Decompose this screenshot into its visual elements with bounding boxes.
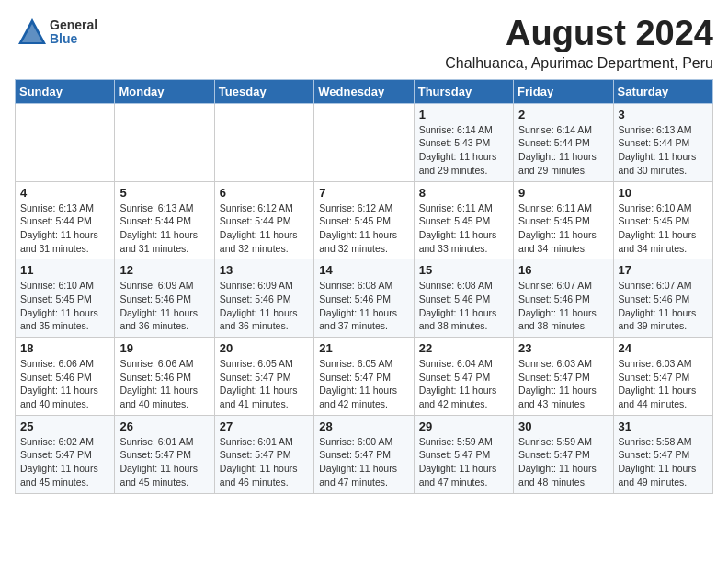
calendar-cell — [314, 103, 414, 181]
cell-content: Sunrise: 6:07 AM Sunset: 5:46 PM Dayligh… — [619, 279, 708, 333]
calendar-cell: 6Sunrise: 6:12 AM Sunset: 5:44 PM Daylig… — [214, 181, 313, 259]
cell-content: Sunrise: 6:11 AM Sunset: 5:45 PM Dayligh… — [518, 201, 608, 256]
calendar-cell: 5Sunrise: 6:13 AM Sunset: 5:44 PM Daylig… — [115, 181, 214, 259]
calendar-cell: 7Sunrise: 6:12 AM Sunset: 5:45 PM Daylig… — [314, 181, 414, 259]
calendar-cell: 28Sunrise: 6:00 AM Sunset: 5:47 PM Dayli… — [314, 415, 414, 493]
day-number: 4 — [20, 186, 109, 200]
calendar-cell: 3Sunrise: 6:13 AM Sunset: 5:44 PM Daylig… — [613, 103, 712, 181]
column-header-saturday: Saturday — [613, 79, 712, 103]
day-number: 1 — [419, 108, 508, 121]
cell-content: Sunrise: 6:08 AM Sunset: 5:46 PM Dayligh… — [319, 279, 408, 333]
column-header-sunday: Sunday — [16, 79, 115, 103]
calendar-cell — [16, 103, 115, 181]
cell-content: Sunrise: 6:14 AM Sunset: 5:43 PM Dayligh… — [419, 123, 508, 178]
cell-content: Sunrise: 6:09 AM Sunset: 5:46 PM Dayligh… — [119, 279, 209, 333]
logo-blue: Blue — [50, 32, 97, 46]
day-number: 31 — [619, 419, 708, 433]
day-number: 15 — [419, 263, 508, 277]
column-header-friday: Friday — [514, 79, 613, 103]
day-number: 10 — [619, 186, 708, 200]
cell-content: Sunrise: 6:01 AM Sunset: 5:47 PM Dayligh… — [119, 435, 209, 489]
cell-content: Sunrise: 6:03 AM Sunset: 5:47 PM Dayligh… — [619, 357, 708, 411]
cell-content: Sunrise: 5:58 AM Sunset: 5:47 PM Dayligh… — [619, 435, 708, 489]
cell-content: Sunrise: 6:11 AM Sunset: 5:45 PM Dayligh… — [419, 201, 508, 256]
calendar-cell: 26Sunrise: 6:01 AM Sunset: 5:47 PM Dayli… — [115, 415, 214, 493]
cell-content: Sunrise: 6:14 AM Sunset: 5:44 PM Dayligh… — [518, 123, 608, 178]
day-number: 8 — [419, 186, 508, 200]
cell-content: Sunrise: 6:13 AM Sunset: 5:44 PM Dayligh… — [619, 123, 708, 178]
calendar-cell: 4Sunrise: 6:13 AM Sunset: 5:44 PM Daylig… — [16, 181, 115, 259]
day-number: 30 — [518, 419, 608, 433]
calendar-header-row: SundayMondayTuesdayWednesdayThursdayFrid… — [16, 79, 713, 103]
calendar-cell: 13Sunrise: 6:09 AM Sunset: 5:46 PM Dayli… — [214, 259, 313, 338]
calendar-cell: 18Sunrise: 6:06 AM Sunset: 5:46 PM Dayli… — [16, 338, 115, 416]
calendar-week-row: 25Sunrise: 6:02 AM Sunset: 5:47 PM Dayli… — [16, 415, 713, 493]
calendar-week-row: 4Sunrise: 6:13 AM Sunset: 5:44 PM Daylig… — [16, 181, 713, 259]
cell-content: Sunrise: 6:10 AM Sunset: 5:45 PM Dayligh… — [619, 201, 708, 256]
day-number: 11 — [20, 263, 109, 277]
calendar-cell: 22Sunrise: 6:04 AM Sunset: 5:47 PM Dayli… — [414, 338, 513, 416]
day-number: 17 — [619, 263, 708, 277]
calendar-table: SundayMondayTuesdayWednesdayThursdayFrid… — [15, 79, 713, 494]
calendar-cell: 29Sunrise: 5:59 AM Sunset: 5:47 PM Dayli… — [414, 415, 513, 493]
cell-content: Sunrise: 6:12 AM Sunset: 5:45 PM Dayligh… — [319, 201, 408, 256]
calendar-cell: 10Sunrise: 6:10 AM Sunset: 5:45 PM Dayli… — [613, 181, 712, 259]
calendar-cell — [115, 103, 214, 181]
location-subtitle: Chalhuanca, Apurimac Department, Peru — [445, 55, 713, 72]
cell-content: Sunrise: 5:59 AM Sunset: 5:47 PM Dayligh… — [518, 435, 608, 489]
day-number: 22 — [419, 341, 508, 355]
calendar-cell: 1Sunrise: 6:14 AM Sunset: 5:43 PM Daylig… — [414, 103, 513, 181]
cell-content: Sunrise: 6:13 AM Sunset: 5:44 PM Dayligh… — [119, 201, 209, 256]
page-header: General Blue August 2024 Chalhuanca, Apu… — [15, 15, 713, 72]
day-number: 9 — [518, 186, 608, 200]
calendar-cell: 9Sunrise: 6:11 AM Sunset: 5:45 PM Daylig… — [514, 181, 613, 259]
cell-content: Sunrise: 6:06 AM Sunset: 5:46 PM Dayligh… — [119, 357, 209, 411]
day-number: 2 — [518, 108, 608, 121]
day-number: 20 — [220, 341, 309, 355]
day-number: 12 — [119, 263, 209, 277]
day-number: 13 — [220, 263, 309, 277]
day-number: 26 — [119, 419, 209, 433]
title-block: August 2024 Chalhuanca, Apurimac Departm… — [445, 15, 713, 72]
cell-content: Sunrise: 6:02 AM Sunset: 5:47 PM Dayligh… — [20, 435, 109, 489]
day-number: 25 — [20, 419, 109, 433]
day-number: 21 — [319, 341, 408, 355]
calendar-cell: 16Sunrise: 6:07 AM Sunset: 5:46 PM Dayli… — [514, 259, 613, 338]
cell-content: Sunrise: 5:59 AM Sunset: 5:47 PM Dayligh… — [419, 435, 508, 489]
day-number: 23 — [518, 341, 608, 355]
calendar-week-row: 11Sunrise: 6:10 AM Sunset: 5:45 PM Dayli… — [16, 259, 713, 338]
calendar-cell: 24Sunrise: 6:03 AM Sunset: 5:47 PM Dayli… — [613, 338, 712, 416]
cell-content: Sunrise: 6:05 AM Sunset: 5:47 PM Dayligh… — [319, 357, 408, 411]
month-title: August 2024 — [445, 15, 713, 53]
cell-content: Sunrise: 6:12 AM Sunset: 5:44 PM Dayligh… — [220, 201, 309, 256]
day-number: 28 — [319, 419, 408, 433]
day-number: 18 — [20, 341, 109, 355]
calendar-week-row: 1Sunrise: 6:14 AM Sunset: 5:43 PM Daylig… — [16, 103, 713, 181]
cell-content: Sunrise: 6:06 AM Sunset: 5:46 PM Dayligh… — [20, 357, 109, 411]
cell-content: Sunrise: 6:08 AM Sunset: 5:46 PM Dayligh… — [419, 279, 508, 333]
cell-content: Sunrise: 6:05 AM Sunset: 5:47 PM Dayligh… — [220, 357, 309, 411]
cell-content: Sunrise: 6:04 AM Sunset: 5:47 PM Dayligh… — [419, 357, 508, 411]
day-number: 3 — [619, 108, 708, 121]
calendar-cell: 31Sunrise: 5:58 AM Sunset: 5:47 PM Dayli… — [613, 415, 712, 493]
calendar-cell: 25Sunrise: 6:02 AM Sunset: 5:47 PM Dayli… — [16, 415, 115, 493]
day-number: 5 — [119, 186, 209, 200]
column-header-tuesday: Tuesday — [214, 79, 313, 103]
calendar-cell: 30Sunrise: 5:59 AM Sunset: 5:47 PM Dayli… — [514, 415, 613, 493]
day-number: 27 — [220, 419, 309, 433]
calendar-cell: 14Sunrise: 6:08 AM Sunset: 5:46 PM Dayli… — [314, 259, 414, 338]
cell-content: Sunrise: 6:10 AM Sunset: 5:45 PM Dayligh… — [20, 279, 109, 333]
day-number: 19 — [119, 341, 209, 355]
calendar-cell: 11Sunrise: 6:10 AM Sunset: 5:45 PM Dayli… — [16, 259, 115, 338]
calendar-cell: 21Sunrise: 6:05 AM Sunset: 5:47 PM Dayli… — [314, 338, 414, 416]
day-number: 24 — [619, 341, 708, 355]
day-number: 29 — [419, 419, 508, 433]
calendar-week-row: 18Sunrise: 6:06 AM Sunset: 5:46 PM Dayli… — [16, 338, 713, 416]
calendar-cell: 2Sunrise: 6:14 AM Sunset: 5:44 PM Daylig… — [514, 103, 613, 181]
calendar-cell: 27Sunrise: 6:01 AM Sunset: 5:47 PM Dayli… — [214, 415, 313, 493]
cell-content: Sunrise: 6:13 AM Sunset: 5:44 PM Dayligh… — [20, 201, 109, 256]
cell-content: Sunrise: 6:09 AM Sunset: 5:46 PM Dayligh… — [220, 279, 309, 333]
column-header-wednesday: Wednesday — [314, 79, 414, 103]
logo: General Blue — [15, 15, 97, 50]
calendar-cell: 8Sunrise: 6:11 AM Sunset: 5:45 PM Daylig… — [414, 181, 513, 259]
